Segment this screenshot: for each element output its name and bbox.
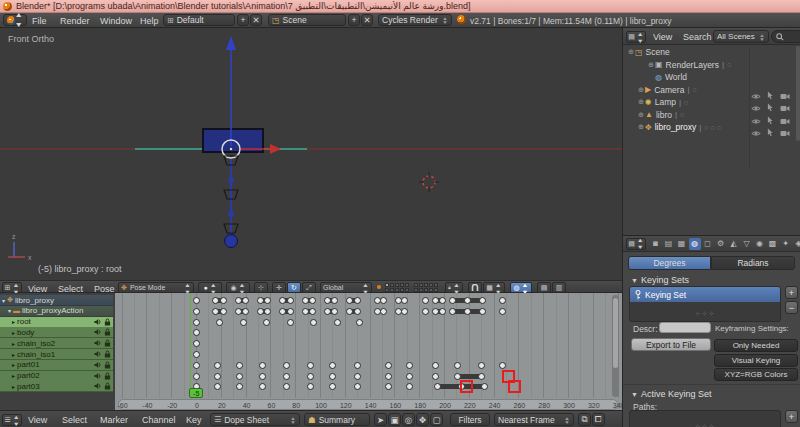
translate-manipulator-button[interactable]: ✛	[272, 282, 286, 293]
add-scene-button[interactable]: +	[348, 14, 360, 26]
viewport-menu-view[interactable]: View	[28, 284, 47, 294]
keyframe[interactable]	[356, 319, 363, 326]
window-titlebar[interactable]: Blender* [D:\programs ubada\Animation\Bl…	[0, 0, 800, 13]
keyframe[interactable]	[385, 373, 392, 380]
render-engine-selector[interactable]: Cycles Render ▲▼	[378, 14, 452, 26]
keyframe[interactable]	[287, 319, 294, 326]
keyframe[interactable]	[220, 297, 227, 304]
proportional-edit-button[interactable]: ◍▲▼	[510, 282, 532, 293]
keyframe[interactable]	[257, 308, 264, 315]
keyframe[interactable]	[380, 308, 387, 315]
layer-toggle[interactable]	[434, 288, 438, 292]
layer-toggle[interactable]	[429, 283, 433, 287]
keyframe[interactable]	[220, 308, 227, 315]
keyframe[interactable]	[307, 373, 314, 380]
remove-scene-button[interactable]: ✕	[361, 14, 373, 26]
keying-sets-list[interactable]: Keying Set ⁘⁘⁘	[629, 286, 781, 322]
dopesheet-menu-marker[interactable]: Marker	[100, 415, 128, 425]
paths-list[interactable]: ⁘⁘⁘	[629, 410, 781, 427]
keyframe[interactable]	[193, 351, 200, 358]
restrict-render-camera-icon[interactable]	[780, 123, 790, 141]
layer-toggle[interactable]	[419, 288, 423, 292]
keyframe[interactable]	[354, 373, 361, 380]
render-opengl-anim-button[interactable]: ▥	[552, 282, 566, 293]
properties-editor-type-button[interactable]: ▤▲▼	[626, 238, 646, 250]
keyframe[interactable]	[242, 297, 249, 304]
paste-keyframes-button[interactable]: ⧠	[592, 413, 605, 426]
keyframe[interactable]	[309, 297, 316, 304]
keyframe[interactable]	[324, 308, 331, 315]
keyframe[interactable]	[307, 362, 314, 369]
remove-keying-set-button[interactable]: −	[785, 301, 798, 314]
keyframe[interactable]	[283, 373, 290, 380]
viewport-menu-select[interactable]: Select	[58, 284, 83, 294]
export-to-file-button[interactable]: Export to File	[631, 338, 711, 351]
menu-help[interactable]: Help	[140, 16, 159, 26]
keyframe[interactable]	[287, 297, 294, 304]
channel-part02[interactable]: ▸part02	[0, 371, 113, 382]
keying-set-item[interactable]: Keying Set	[630, 287, 780, 302]
bone-joint-2[interactable]	[229, 211, 234, 216]
dopesheet-mode-selector[interactable]: ☰ Dope Sheet ▲▼	[210, 413, 300, 426]
bone-joint-1[interactable]	[229, 178, 234, 183]
add-path-button[interactable]: +	[785, 410, 798, 423]
dopesheet-menu-key[interactable]: Key	[186, 415, 202, 425]
keyframe[interactable]	[432, 362, 439, 369]
keyframe[interactable]	[307, 383, 314, 390]
active-keying-set-panel-header[interactable]: ▼Active Keying Set	[631, 389, 711, 399]
list-resize-grip[interactable]: ⁘⁘⁘	[630, 423, 780, 427]
keyframe[interactable]	[406, 362, 413, 369]
keyframe[interactable]	[279, 308, 286, 315]
layer-toggle[interactable]	[385, 283, 389, 287]
keyframe[interactable]	[216, 319, 223, 326]
keyframe[interactable]	[354, 297, 361, 304]
remove-layout-button[interactable]: ✕	[250, 14, 262, 26]
keyframe[interactable]	[236, 362, 243, 369]
filter-transforms-button[interactable]: ✥	[416, 413, 429, 426]
keyframe[interactable]	[422, 308, 429, 315]
keyframe[interactable]	[257, 297, 264, 304]
screen-layout-selector[interactable]: ⊞ Default	[163, 14, 235, 26]
keyframe[interactable]	[454, 362, 461, 369]
data-tab[interactable]: ▽	[741, 238, 753, 250]
keyframe[interactable]	[236, 373, 243, 380]
keyframe[interactable]	[193, 340, 200, 347]
manipulator-x-arrowhead[interactable]	[270, 144, 281, 154]
renderlayers-tab[interactable]: ▤	[663, 238, 675, 250]
descr-input[interactable]	[659, 322, 711, 333]
keyframe[interactable]	[235, 297, 242, 304]
outliner-item-world[interactable]: ◍World	[647, 71, 800, 83]
filters-button[interactable]: Filters	[450, 413, 490, 426]
keyframe[interactable]	[329, 373, 336, 380]
current-frame-line[interactable]	[190, 293, 191, 398]
outliner-filter-selector[interactable]: All Scenes ▲▼	[713, 30, 769, 43]
keyframe[interactable]	[439, 308, 446, 315]
channel-chain_iso2[interactable]: ▸chain_iso2	[0, 338, 113, 349]
menu-window[interactable]: Window	[100, 16, 132, 26]
keyframe[interactable]	[214, 362, 221, 369]
keyframe[interactable]	[193, 329, 200, 336]
layer-toggle[interactable]	[400, 283, 404, 287]
layer-toggle[interactable]	[414, 283, 418, 287]
keyframe[interactable]	[432, 373, 439, 380]
channel-part03[interactable]: ▸part03	[0, 381, 113, 392]
manipulator-toggle[interactable]: ⊹	[254, 282, 268, 293]
layer-toggle[interactable]	[424, 283, 428, 287]
layer-toggle[interactable]	[390, 288, 394, 292]
editor-type-button[interactable]: ▲▼	[3, 14, 27, 26]
layer-toggle[interactable]	[405, 283, 409, 287]
keyframe[interactable]	[401, 297, 408, 304]
dopesheet-vscrollbar[interactable]	[612, 295, 619, 397]
outliner-menu-view[interactable]: View	[653, 32, 672, 42]
keyframe[interactable]	[406, 373, 413, 380]
keyframe[interactable]	[283, 362, 290, 369]
channel-chain_iso1[interactable]: ▸chain_iso1	[0, 349, 113, 360]
keyframe[interactable]	[401, 308, 408, 315]
menu-file[interactable]: File	[32, 16, 47, 26]
manipulator-z-arrowhead[interactable]	[226, 36, 236, 50]
add-layout-button[interactable]: +	[237, 14, 249, 26]
keyframe[interactable]	[193, 362, 200, 369]
mode-selector[interactable]: ✥ Pose Mode ▲▼	[118, 282, 194, 293]
keyframe[interactable]	[193, 319, 200, 326]
keyframe[interactable]	[212, 308, 219, 315]
